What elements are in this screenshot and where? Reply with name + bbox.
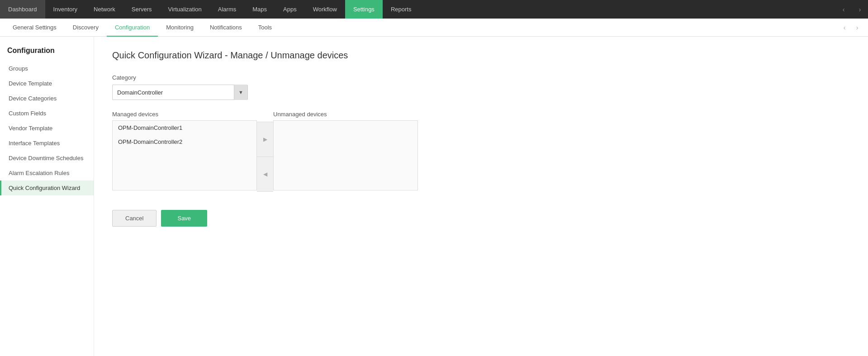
- top-nav-item-maps[interactable]: Maps: [244, 0, 275, 19]
- category-select-value: DomainController: [113, 89, 234, 96]
- sidebar-item-groups[interactable]: Groups: [0, 61, 94, 76]
- sidebar-item-device-downtime-schedules[interactable]: Device Downtime Schedules: [0, 151, 94, 166]
- devices-section: Managed devices OPM-DomainController1OPM…: [112, 111, 850, 192]
- managed-devices-col: Managed devices OPM-DomainController1OPM…: [112, 111, 257, 190]
- transfer-arrows: ▶ ◀: [257, 122, 273, 192]
- sidebar-item-alarm-escalation-rules[interactable]: Alarm Escalation Rules: [0, 166, 94, 180]
- sidebar-item-quick-configuration-wizard[interactable]: Quick Configuration Wizard: [0, 180, 94, 195]
- transfer-left-button[interactable]: ◀: [257, 157, 273, 191]
- cancel-button[interactable]: Cancel: [112, 210, 157, 227]
- category-dropdown-arrow[interactable]: ▼: [234, 85, 247, 100]
- nav-back-arrow[interactable]: ‹: [835, 0, 852, 19]
- second-nav-arrows: ‹ ›: [838, 19, 863, 36]
- managed-devices-list[interactable]: OPM-DomainController1OPM-DomainControlle…: [112, 120, 257, 190]
- top-nav-item-inventory[interactable]: Inventory: [45, 0, 85, 19]
- category-label: Category: [112, 74, 850, 81]
- unmanaged-devices-col: Unmanaged devices: [273, 111, 418, 190]
- top-nav: DashboardInventoryNetworkServersVirtuali…: [0, 0, 868, 19]
- second-nav-item-general-settings[interactable]: General Settings: [5, 19, 65, 37]
- sidebar-heading: Configuration: [0, 37, 94, 61]
- nav-forward-arrow[interactable]: ›: [852, 0, 868, 19]
- second-nav: General SettingsDiscoveryConfigurationMo…: [0, 19, 868, 37]
- top-nav-item-servers[interactable]: Servers: [123, 0, 160, 19]
- managed-devices-label: Managed devices: [112, 111, 257, 118]
- sidebar-item-custom-fields[interactable]: Custom Fields: [0, 106, 94, 121]
- managed-device-item[interactable]: OPM-DomainController2: [113, 135, 256, 149]
- top-nav-item-reports[interactable]: Reports: [383, 0, 420, 19]
- sidebar-item-device-categories[interactable]: Device Categories: [0, 91, 94, 106]
- second-nav-item-tools[interactable]: Tools: [250, 19, 280, 37]
- second-nav-item-configuration[interactable]: Configuration: [107, 19, 158, 37]
- sidebar: Configuration GroupsDevice TemplateDevic…: [0, 37, 94, 356]
- sidebar-item-interface-templates[interactable]: Interface Templates: [0, 136, 94, 151]
- content-area: Quick Configuration Wizard - Manage / Un…: [94, 37, 868, 356]
- top-nav-item-settings[interactable]: Settings: [345, 0, 383, 19]
- page-title: Quick Configuration Wizard - Manage / Un…: [112, 50, 850, 61]
- chevron-down-icon: ▼: [238, 90, 243, 95]
- main-layout: Configuration GroupsDevice TemplateDevic…: [0, 37, 868, 356]
- action-buttons: Cancel Save: [112, 210, 850, 227]
- top-nav-arrows: ‹ ›: [835, 0, 868, 19]
- top-nav-item-network[interactable]: Network: [85, 0, 123, 19]
- transfer-right-button[interactable]: ▶: [257, 122, 273, 157]
- top-nav-item-workflow[interactable]: Workflow: [305, 0, 345, 19]
- managed-device-item[interactable]: OPM-DomainController1: [113, 121, 256, 135]
- category-select[interactable]: DomainController ▼: [112, 85, 248, 100]
- second-nav-back-arrow[interactable]: ‹: [838, 24, 851, 31]
- sidebar-item-vendor-template[interactable]: Vendor Template: [0, 121, 94, 136]
- top-nav-item-apps[interactable]: Apps: [275, 0, 305, 19]
- unmanaged-devices-list[interactable]: [273, 120, 418, 190]
- unmanaged-devices-label: Unmanaged devices: [273, 111, 418, 118]
- second-nav-item-discovery[interactable]: Discovery: [65, 19, 107, 37]
- save-button[interactable]: Save: [161, 210, 207, 227]
- second-nav-item-monitoring[interactable]: Monitoring: [158, 19, 202, 37]
- top-nav-item-virtualization[interactable]: Virtualization: [160, 0, 210, 19]
- sidebar-item-device-template[interactable]: Device Template: [0, 76, 94, 91]
- top-nav-item-dashboard[interactable]: Dashboard: [0, 0, 45, 19]
- top-nav-item-alarms[interactable]: Alarms: [210, 0, 244, 19]
- second-nav-item-notifications[interactable]: Notifications: [202, 19, 250, 37]
- second-nav-forward-arrow[interactable]: ›: [851, 24, 863, 31]
